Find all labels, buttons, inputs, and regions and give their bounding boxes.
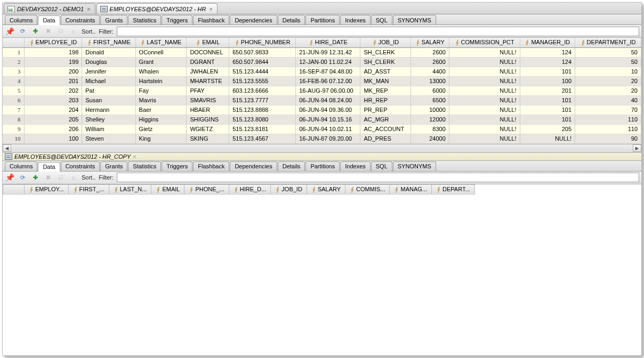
cell-employee_id[interactable]: 203 — [24, 95, 82, 105]
cell-job_id[interactable]: AC_ACCOUNT — [360, 124, 410, 134]
column-header[interactable]: ∮MANAG... — [390, 184, 432, 194]
cell-commission_pct[interactable]: NULL! — [449, 57, 520, 67]
cell-hire_date[interactable]: 06-JUN-94 08.24.00 — [296, 95, 360, 105]
cell-salary[interactable]: 12000 — [410, 115, 449, 124]
cell-commission_pct[interactable]: NULL! — [449, 134, 520, 143]
commit-icon[interactable]: ☑ — [56, 27, 66, 36]
column-header[interactable]: ∮PHONE_... — [184, 184, 229, 194]
close-icon[interactable]: × — [86, 6, 91, 12]
cell-manager_id[interactable]: 124 — [520, 57, 575, 67]
sub-tab-flashback[interactable]: Flashback — [193, 161, 229, 171]
rollback-icon[interactable]: ⎌ — [69, 173, 78, 182]
cell-last_name[interactable]: King — [135, 134, 187, 143]
insert-row-icon[interactable]: ✚ — [30, 27, 40, 36]
cell-commission_pct[interactable]: NULL! — [449, 47, 520, 57]
sub-tab-details[interactable]: Details — [278, 15, 305, 25]
cell-email[interactable]: HBAER — [187, 105, 229, 115]
cell-phone_number[interactable]: 515.123.8080 — [229, 115, 296, 124]
cell-phone_number[interactable]: 515.123.8181 — [229, 124, 296, 134]
table-row[interactable]: 5202PatFayPFAY603.123.666616-AUG-97 06.0… — [3, 86, 641, 95]
sub-tab-statistics[interactable]: Statistics — [128, 15, 161, 25]
cell-first_name[interactable]: Steven — [82, 134, 135, 143]
cell-employee_id[interactable]: 200 — [24, 67, 82, 76]
bottom-pane-tab[interactable]: EMPLOYEES@DEVDAYS2012 - HR_COPY × — [3, 152, 641, 161]
cell-commission_pct[interactable]: NULL! — [449, 124, 520, 134]
column-header[interactable]: ∮DEPART... — [432, 184, 475, 194]
cell-job_id[interactable]: MK_MAN — [360, 76, 410, 86]
cell-first_name[interactable]: Douglas — [82, 57, 135, 67]
sub-tab-triggers[interactable]: Triggers — [162, 161, 192, 171]
sub-tab-columns[interactable]: Columns — [5, 161, 37, 171]
cell-hire_date[interactable]: 06-JUN-94 10.15.16 — [296, 115, 360, 124]
table-row[interactable]: 7204HermannBaerHBAER515.123.888806-JUN-9… — [3, 105, 641, 115]
cell-commission_pct[interactable]: NULL! — [449, 105, 520, 115]
sub-tab-details[interactable]: Details — [278, 161, 305, 171]
cell-salary[interactable]: 4400 — [410, 67, 449, 76]
sort-button[interactable]: Sort.. — [82, 174, 95, 181]
cell-commission_pct[interactable]: NULL! — [449, 67, 520, 76]
cell-job_id[interactable]: PR_REP — [360, 105, 410, 115]
pin-icon[interactable]: 📌 — [5, 173, 14, 182]
cell-department_id[interactable]: 110 — [575, 124, 641, 134]
row-number-cell[interactable]: 2 — [3, 57, 24, 67]
sub-tab-data[interactable]: Data — [38, 15, 60, 25]
table-row[interactable]: 1198DonaldOConnellDOCONNEL650.507.983321… — [3, 47, 641, 57]
cell-hire_date[interactable]: 16-FEB-96 07.12.00 — [296, 76, 360, 86]
cell-department_id[interactable]: 10 — [575, 67, 641, 76]
column-header[interactable]: ∮EMPLOY... — [25, 184, 69, 194]
row-number-header[interactable] — [3, 38, 24, 47]
cell-manager_id[interactable]: 124 — [520, 47, 575, 57]
cell-first_name[interactable]: Shelley — [82, 115, 135, 124]
cell-hire_date[interactable]: 16-AUG-97 06.00.00 — [296, 86, 360, 95]
sub-tab-dependencies[interactable]: Dependencies — [230, 161, 277, 171]
cell-commission_pct[interactable]: NULL! — [449, 86, 520, 95]
cell-phone_number[interactable]: 603.123.6666 — [229, 86, 296, 95]
cell-salary[interactable]: 13000 — [410, 76, 449, 86]
cell-hire_date[interactable]: 06-JUN-94 10.02.11 — [296, 124, 360, 134]
sub-tab-data[interactable]: Data — [38, 162, 60, 172]
column-header-hire_date[interactable]: ∮HIRE_DATE — [296, 38, 360, 47]
cell-commission_pct[interactable]: NULL! — [449, 95, 520, 105]
cell-department_id[interactable]: 110 — [575, 115, 641, 124]
cell-employee_id[interactable]: 206 — [24, 124, 82, 134]
cell-manager_id[interactable]: 101 — [520, 105, 575, 115]
cell-department_id[interactable]: 70 — [575, 105, 641, 115]
cell-first_name[interactable]: Susan — [82, 95, 135, 105]
cell-employee_id[interactable]: 202 — [24, 86, 82, 95]
cell-employee_id[interactable]: 100 — [24, 134, 82, 143]
cell-phone_number[interactable]: 650.507.9833 — [229, 47, 296, 57]
close-icon[interactable]: × — [133, 153, 136, 160]
column-header-manager_id[interactable]: ∮MANAGER_ID — [520, 38, 575, 47]
column-header[interactable]: ∮EMAIL — [151, 184, 184, 194]
sub-tab-grants[interactable]: Grants — [100, 161, 127, 171]
sub-tab-statistics[interactable]: Statistics — [128, 161, 161, 171]
cell-employee_id[interactable]: 204 — [24, 105, 82, 115]
cell-phone_number[interactable]: 515.123.5555 — [229, 76, 296, 86]
sub-tab-triggers[interactable]: Triggers — [162, 15, 192, 25]
column-header-salary[interactable]: ∮SALARY — [410, 38, 449, 47]
cell-hire_date[interactable]: 21-JUN-99 12.31.42 — [296, 47, 360, 57]
column-header-last_name[interactable]: ∮LAST_NAME — [135, 38, 187, 47]
column-header[interactable]: ∮FIRST_... — [68, 184, 109, 194]
pin-icon[interactable]: 📌 — [5, 27, 14, 36]
filter-input[interactable] — [117, 27, 639, 36]
row-number-header[interactable] — [3, 184, 25, 194]
table-row[interactable]: 9206WilliamGietzWGIETZ515.123.818106-JUN… — [3, 124, 641, 134]
cell-manager_id[interactable]: NULL! — [520, 134, 575, 143]
row-number-cell[interactable]: 1 — [3, 47, 24, 57]
row-number-cell[interactable]: 6 — [3, 95, 24, 105]
column-header-commission_pct[interactable]: ∮COMMISSION_PCT — [449, 38, 520, 47]
column-header[interactable]: ∮LAST_N... — [109, 184, 151, 194]
file-tab[interactable]: EMPLOYEES@DEVDAYS2012 - HR× — [96, 3, 218, 14]
sub-tab-dependencies[interactable]: Dependencies — [230, 15, 277, 25]
sub-tab-grants[interactable]: Grants — [100, 15, 127, 25]
cell-job_id[interactable]: AC_MGR — [360, 115, 410, 124]
sub-tab-synonyms[interactable]: SYNONYMS — [393, 15, 436, 25]
cell-last_name[interactable]: Hartstein — [135, 76, 187, 86]
cell-job_id[interactable]: AD_PRES — [360, 134, 410, 143]
cell-department_id[interactable]: 50 — [575, 57, 641, 67]
cell-salary[interactable]: 10000 — [410, 105, 449, 115]
row-number-cell[interactable]: 10 — [3, 134, 24, 143]
cell-last_name[interactable]: Grant — [135, 57, 187, 67]
cell-department_id[interactable]: 40 — [575, 95, 641, 105]
